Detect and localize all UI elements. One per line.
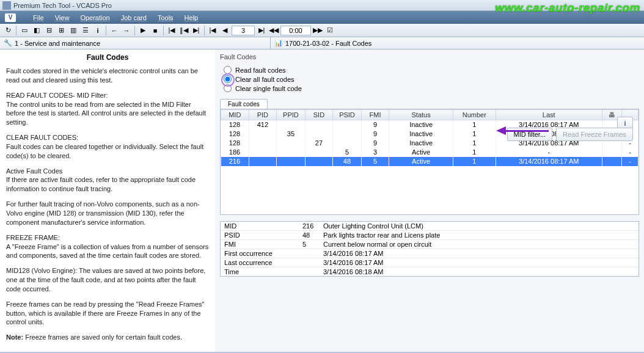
mid-filter-button[interactable]: MID filter... xyxy=(507,128,553,141)
tool-report[interactable]: ☑ xyxy=(324,25,335,36)
menu-tools[interactable]: Tools xyxy=(158,14,174,21)
page-prev[interactable]: ◀ xyxy=(219,25,230,36)
desc-p9: Note: Freeze frames are saved only for c… xyxy=(6,333,209,342)
tool-view5[interactable]: ▥ xyxy=(68,25,79,36)
content-area: Fault Codes Fault codes stored in the ve… xyxy=(0,49,644,352)
page-first[interactable]: |◀ xyxy=(207,25,218,36)
hdr-last[interactable]: Last xyxy=(496,110,602,120)
read-freeze-button: Read Freeze Frames xyxy=(556,128,633,141)
separator xyxy=(163,26,164,35)
tool-info[interactable]: i xyxy=(92,25,103,36)
brand-logo: V xyxy=(5,13,16,22)
hdr-ppid[interactable]: PPID xyxy=(277,110,306,120)
radio-read[interactable]: Read fault codes xyxy=(224,65,639,75)
tool-refresh[interactable]: ↻ xyxy=(2,25,13,36)
hdr-fmi[interactable]: FMI xyxy=(361,110,389,120)
desc-p7: MID128 (Volvo Engine): The values are sa… xyxy=(6,266,209,294)
detail-row: FMI5Current below normal or open circuit xyxy=(221,240,639,249)
tool-view2[interactable]: ◧ xyxy=(31,25,42,36)
desc-p6: FREEZE FRAME:A "Freeze Frame" is a colle… xyxy=(6,233,209,261)
page-input[interactable] xyxy=(232,26,255,35)
hdr-pid[interactable]: PID xyxy=(249,110,277,120)
window-title: Premium Tech Tool - VCADS Pro xyxy=(13,2,112,9)
radio-clear-all[interactable]: Clear all fault codes xyxy=(224,75,639,84)
detail-row: First occurrence3/14/2016 08:17 AM xyxy=(221,249,639,258)
page-next2[interactable]: ▶▶ xyxy=(312,25,323,36)
tool-table[interactable]: ☰ xyxy=(80,25,91,36)
nav-back[interactable]: ← xyxy=(109,25,120,36)
titlebar: Premium Tech Tool - VCADS Pro xyxy=(0,0,644,11)
hdr-sid[interactable]: SID xyxy=(305,110,333,120)
tab-row: Fault codes xyxy=(220,99,639,109)
tool-view1[interactable]: ▭ xyxy=(19,25,30,36)
page-prev2[interactable]: ◀◀ xyxy=(268,25,279,36)
app-icon xyxy=(2,1,11,10)
play-button[interactable]: ▶ xyxy=(137,25,148,36)
tool-view4[interactable]: ⊞ xyxy=(56,25,67,36)
desc-p1: Fault codes stored in the vehicle's elec… xyxy=(6,67,209,85)
hdr-number[interactable]: Number xyxy=(453,110,496,120)
page-next[interactable]: ▶| xyxy=(256,25,267,36)
detail-box: MID216Outer Lighting Control Unit (LCM)P… xyxy=(220,221,639,277)
detail-row: PSID48Park lights tractor rear and Licen… xyxy=(221,231,639,240)
detail-row: Time3/14/2016 08:18 AM xyxy=(221,267,639,276)
chart-icon: 📊 xyxy=(274,39,283,48)
menu-help[interactable]: Help xyxy=(185,14,199,21)
hdr-status[interactable]: Status xyxy=(389,110,453,120)
breadcrumb-left[interactable]: 🔧 1 - Service and maintenance xyxy=(0,37,271,49)
toolbar: ↻ ▭ ◧ ⊟ ⊞ ▥ ☰ i ← → ▶ ■ |◀ ‖◀ ▶| |◀ ◀ ▶|… xyxy=(0,24,644,37)
detail-row: Last occurrence3/14/2016 08:17 AM xyxy=(221,258,639,267)
detail-row: MID216Outer Lighting Control Unit (LCM) xyxy=(221,222,639,231)
desc-p2: READ FAULT CODES- MID Filter:The control… xyxy=(6,91,209,127)
desc-p8: Freeze frames can be read by pressing th… xyxy=(6,300,209,327)
hdr-psid[interactable]: PSID xyxy=(333,110,362,120)
wrench-icon: 🔧 xyxy=(4,39,12,48)
fault-codes-panel: Fault Codes i MID filter... Read Freeze … xyxy=(215,49,644,352)
separator xyxy=(106,26,106,35)
breadcrumb-bar: 🔧 1 - Service and maintenance 📊 1700-21-… xyxy=(0,37,644,49)
tab-fault-codes[interactable]: Fault codes xyxy=(220,99,268,109)
fault-grid[interactable]: MID PID PPID SID PSID FMI Status Number … xyxy=(220,109,639,215)
time-input[interactable] xyxy=(280,26,311,35)
desc-p4: Active Fault CodesIf there are active fa… xyxy=(6,167,209,194)
separator xyxy=(134,26,135,35)
breadcrumb-right-text: 1700-21-03-02 - Fault Codes xyxy=(285,40,371,47)
separator xyxy=(16,26,16,35)
desc-p3: CLEAR FAULT CODES:Fault codes can be cle… xyxy=(6,133,209,161)
stop-button[interactable]: ■ xyxy=(150,25,161,36)
radio-clear-single[interactable]: Clear single fault code xyxy=(224,84,639,93)
panel-title: Fault Codes xyxy=(220,53,639,60)
separator xyxy=(204,26,205,35)
step-back2[interactable]: ‖◀ xyxy=(178,25,189,36)
description-panel: Fault Codes Fault codes stored in the ve… xyxy=(0,49,215,352)
step-back[interactable]: |◀ xyxy=(166,25,177,36)
nav-forward[interactable]: → xyxy=(121,25,132,36)
table-row[interactable]: 18653Active1-- xyxy=(221,148,639,157)
left-heading: Fault Codes xyxy=(6,53,209,62)
desc-p5: For further fault tracing of non-Volvo c… xyxy=(6,200,209,227)
hdr-mid[interactable]: MID xyxy=(221,110,249,120)
breadcrumb-right[interactable]: 📊 1700-21-03-02 - Fault Codes xyxy=(271,37,644,49)
menu-file[interactable]: File xyxy=(33,14,44,21)
tool-view3[interactable]: ⊟ xyxy=(43,25,54,36)
menu-operation[interactable]: Operation xyxy=(80,14,109,21)
menu-jobcard[interactable]: Job card xyxy=(121,14,147,21)
step-fwd[interactable]: ▶| xyxy=(191,25,202,36)
breadcrumb-left-text: 1 - Service and maintenance xyxy=(15,40,100,47)
radio-group: Read fault codes Clear all fault codes C… xyxy=(224,65,639,93)
table-row[interactable]: 216485Active13/14/2016 08:17 AM- xyxy=(221,157,639,166)
menubar: V File View Operation Job card Tools Hel… xyxy=(0,11,644,24)
menu-view[interactable]: View xyxy=(55,14,70,21)
